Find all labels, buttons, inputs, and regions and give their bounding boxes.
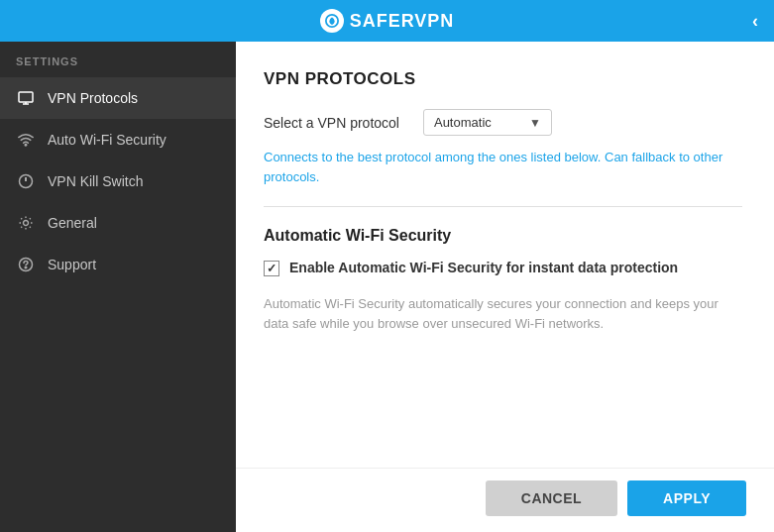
wifi-icon xyxy=(16,133,36,147)
sidebar-item-vpn-protocols[interactable]: VPN Protocols xyxy=(0,77,236,119)
sidebar-item-label: Auto Wi-Fi Security xyxy=(48,132,166,148)
question-icon xyxy=(16,257,36,272)
svg-point-9 xyxy=(25,266,27,268)
chevron-down-icon: ▼ xyxy=(529,116,541,130)
wifi-description: Automatic Wi-Fi Security automatically s… xyxy=(264,294,742,334)
circle-icon xyxy=(16,173,36,189)
shield-icon xyxy=(320,9,344,33)
back-button[interactable]: ‹ xyxy=(752,11,758,32)
sidebar-item-auto-wifi[interactable]: Auto Wi-Fi Security xyxy=(0,119,236,160)
gear-icon xyxy=(16,215,36,231)
sidebar-item-label: VPN Protocols xyxy=(48,90,138,106)
footer: CANCEL APPLY xyxy=(236,468,774,532)
sidebar-item-label: Support xyxy=(48,257,96,272)
cancel-button[interactable]: CANCEL xyxy=(486,480,617,516)
protocol-row: Select a VPN protocol Automatic ▼ xyxy=(264,109,742,136)
protocol-select[interactable]: Automatic ▼ xyxy=(423,109,552,136)
protocol-label: Select a VPN protocol xyxy=(264,115,399,131)
header: SAFERVPN ‹ xyxy=(0,0,774,42)
sidebar-label: SETTINGS xyxy=(0,42,236,77)
wifi-checkbox-row: Enable Automatic Wi-Fi Security for inst… xyxy=(264,259,742,278)
svg-point-7 xyxy=(24,221,29,226)
monitor-icon xyxy=(16,90,36,106)
apply-button[interactable]: APPLY xyxy=(627,480,746,516)
section-divider xyxy=(264,206,742,207)
wifi-section-title: Automatic Wi-Fi Security xyxy=(264,227,742,245)
main-layout: SETTINGS VPN Protocols Auto Wi-Fi Securi… xyxy=(0,42,774,532)
content-area: VPN PROTOCOLS Select a VPN protocol Auto… xyxy=(236,42,774,532)
content-scroll: VPN PROTOCOLS Select a VPN protocol Auto… xyxy=(236,42,774,468)
sidebar-item-vpn-kill-switch[interactable]: VPN Kill Switch xyxy=(0,160,236,202)
svg-rect-1 xyxy=(19,92,33,102)
vpn-section-title: VPN PROTOCOLS xyxy=(264,69,742,89)
svg-point-4 xyxy=(25,144,27,146)
protocol-value: Automatic xyxy=(434,115,492,130)
wifi-checkbox-label: Enable Automatic Wi-Fi Security for inst… xyxy=(289,259,678,278)
protocol-description: Connects to the best protocol among the … xyxy=(264,148,742,186)
header-title: SAFERVPN xyxy=(350,11,455,32)
sidebar-item-support[interactable]: Support xyxy=(0,244,236,285)
header-logo: SAFERVPN xyxy=(320,9,455,33)
wifi-checkbox[interactable] xyxy=(264,261,279,276)
sidebar-item-general[interactable]: General xyxy=(0,202,236,244)
sidebar-item-label: VPN Kill Switch xyxy=(48,173,143,189)
sidebar: SETTINGS VPN Protocols Auto Wi-Fi Securi… xyxy=(0,42,236,532)
sidebar-item-label: General xyxy=(48,215,97,231)
